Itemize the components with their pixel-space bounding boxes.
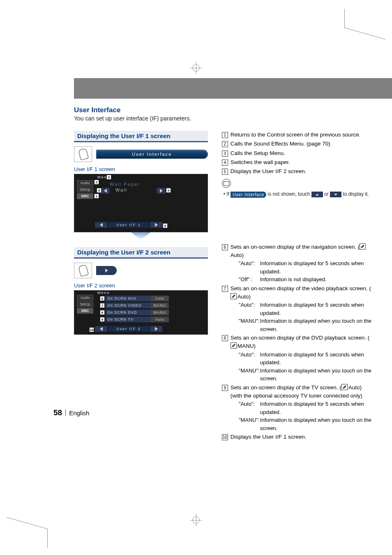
menu-label: Menu (97, 291, 110, 295)
pen-icon (341, 384, 348, 390)
screen2-label: User I/F 2 screen (74, 282, 208, 289)
note-icon (222, 179, 231, 188)
row-label: On SCRN TV (106, 317, 151, 322)
list-item: 6Sets an on-screen display of the naviga… (222, 243, 371, 284)
list-item: 8Sets an on-screen display of the DVD pl… (222, 334, 371, 383)
definition: "MANU":Information is displayed when you… (239, 367, 371, 383)
up-button[interactable] (311, 192, 323, 197)
callout-text: Calls the Sound Effects Menu. (page 70) (231, 140, 330, 148)
row-value: MANU (151, 303, 169, 308)
tab-audio[interactable]: Audio (77, 180, 93, 186)
pen-icon (360, 243, 366, 250)
next-button[interactable] (96, 266, 117, 275)
callout-number: 2 (222, 141, 228, 147)
header-bar (74, 78, 392, 99)
definition: "MANU":Information is displayed when you… (239, 416, 371, 432)
callout-3: 3 (106, 175, 111, 180)
callout-text: Sets an on-screen display of the TV scre… (231, 384, 371, 400)
list-item: 2Calls the Sound Effects Menu. (page 70) (222, 140, 371, 148)
callout-list-2: 6Sets an on-screen display of the naviga… (222, 243, 371, 442)
user-interface-button[interactable]: User Interface (231, 192, 266, 198)
touch-icon (74, 146, 92, 162)
callout-text: Displays the User I/F 2 screen. (231, 167, 307, 176)
menu-row[interactable]: 6On SCRN NAVAuto (100, 296, 169, 301)
continue-arrow-icon (92, 232, 190, 240)
list-item: 3Calls the Setup Menu. (222, 149, 371, 157)
callout-text: Switches the wall paper. (231, 158, 290, 166)
chevron-up-icon (316, 194, 319, 196)
page-language: English (69, 409, 89, 416)
callout-1: 1 (94, 194, 99, 199)
footer-label: User I/F 1 (108, 222, 149, 228)
screen2-preview: Audio SetUp SRC Menu 6On SCRN NAVAuto7On… (74, 290, 208, 335)
pen-icon (231, 342, 237, 349)
chevron-left-icon (104, 189, 107, 193)
user-interface-button[interactable]: User Interface (96, 150, 208, 159)
wallpaper-label: Wall Paper (110, 182, 140, 187)
callout-10: 10 (89, 327, 94, 332)
arrow-right-button[interactable] (157, 188, 166, 194)
callout-4b: 4 (166, 188, 171, 193)
callout-number: 9 (222, 385, 228, 391)
down-button[interactable] (330, 192, 341, 197)
page-footer: 58English (53, 408, 89, 417)
menu-row[interactable]: 9On SCRN TVAuto (100, 317, 169, 322)
pen-icon (231, 293, 237, 299)
row-value: Auto (151, 296, 169, 301)
callout-2: 2 (94, 180, 99, 185)
wall-value: Wall (115, 187, 136, 192)
list-item: 5Displays the User I/F 2 screen. (222, 167, 371, 176)
definition: "Auto":Information is displayed for 5 se… (239, 301, 371, 317)
panel1-heading: Displaying the User I/F 1 screen (74, 131, 208, 142)
screen1-preview: Audio SetUp SRC Menu Wall Paper Wall Use… (74, 174, 208, 232)
touch-icon (74, 263, 92, 278)
list-item: 10Displays the User I/F 1 screen. (222, 433, 371, 441)
callout-text: Sets an on-screen display of the DVD pla… (231, 334, 371, 351)
callout-number: 7 (222, 286, 228, 292)
menu-row[interactable]: 8On SCRN DVDMANU (100, 310, 169, 315)
footer-left-button[interactable] (95, 222, 107, 228)
callout-text: Sets an on-screen display of the video p… (231, 284, 371, 301)
definition: "Auto":Information is displayed for 5 se… (239, 259, 371, 275)
callout-text: Displays the User I/F 1 screen. (231, 433, 371, 441)
row-label: On SCRN NAV (106, 296, 151, 301)
row-value: Auto (151, 317, 169, 322)
chevron-right-icon (105, 268, 108, 273)
tab-setup[interactable]: SetUp (77, 301, 93, 307)
footer-left-button[interactable] (95, 326, 107, 332)
row-label: On SCRN VIDEO (106, 303, 151, 308)
list-item: 7Sets an on-screen display of the video … (222, 284, 371, 333)
definition: "Auto":Information is displayed for 5 se… (239, 351, 371, 367)
callout-number: 3 (222, 150, 228, 157)
footer-right-button[interactable] (150, 222, 162, 228)
tab-setup[interactable]: SetUp (77, 187, 93, 192)
tab-src[interactable]: SRC (77, 193, 93, 199)
list-item: 9Sets an on-screen display of the TV scr… (222, 384, 371, 432)
callout-text: Sets an on-screen display of the navigat… (231, 243, 371, 260)
menu-row[interactable]: 7On SCRN VIDEOMANU (100, 303, 169, 308)
page-number: 58 (53, 408, 62, 417)
callout-list-1: 1Returns to the Control screen of the pr… (222, 131, 371, 176)
tab-audio[interactable]: Audio (77, 295, 93, 301)
callout-number: 8 (222, 335, 228, 341)
arrow-left-button[interactable] (101, 188, 110, 194)
panel2-heading: Displaying the User I/F 2 screen (74, 247, 208, 259)
row-value: MANU (151, 310, 169, 315)
callout-number: 9 (100, 317, 105, 322)
list-item: 4Switches the wall paper. (222, 158, 371, 166)
tab-src[interactable]: SRC (77, 308, 93, 314)
callout-number: 1 (222, 132, 228, 138)
definition: "Off" :Information is not displayed. (239, 275, 371, 284)
screen1-label: User I/F 1 screen (74, 166, 208, 172)
note-text: • If User Interface is not shown, touch … (224, 191, 371, 197)
callout-number: 6 (222, 244, 228, 250)
chevron-down-icon (334, 194, 337, 196)
footer-right-button[interactable] (150, 326, 162, 332)
callout-text: Returns to the Control screen of the pre… (231, 131, 361, 139)
callout-number: 6 (100, 296, 105, 301)
callout-number: 8 (100, 310, 105, 315)
callout-4a: 4 (97, 188, 101, 193)
row-label: On SCRN DVD (106, 310, 151, 315)
callout-number: 10 (222, 434, 228, 440)
definition: "Auto":Information is displayed for 5 se… (239, 400, 371, 416)
